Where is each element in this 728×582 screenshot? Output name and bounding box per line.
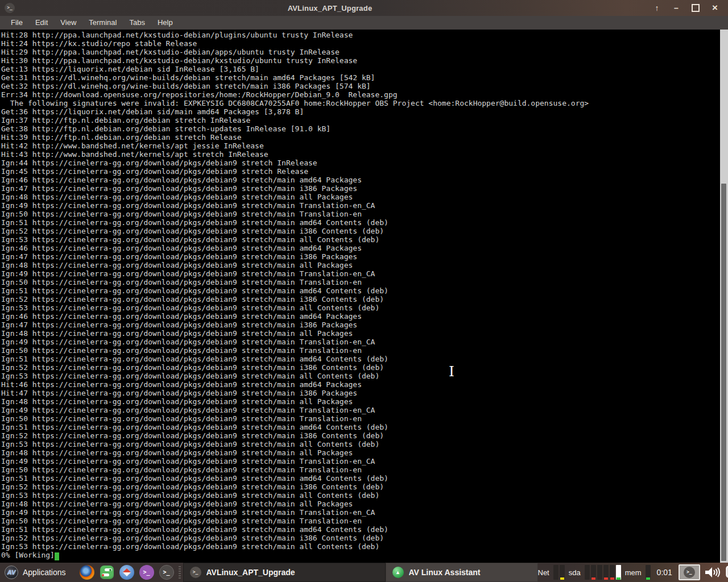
scrollbar-track[interactable] [720, 30, 728, 563]
meter-bar [610, 565, 615, 580]
minimize-button[interactable]: – [667, 0, 686, 16]
settings-toggles-launcher-icon[interactable] [100, 565, 114, 580]
meter-bar [585, 565, 590, 580]
close-button[interactable]: × [705, 0, 725, 16]
window-button-label: AV Linux Assistant [409, 568, 481, 577]
menu-edit[interactable]: Edit [29, 16, 54, 30]
terminal-purple-launcher-icon[interactable]: >_ [139, 565, 154, 580]
applications-label: Applications [23, 568, 66, 577]
compass-launcher-icon[interactable] [119, 565, 134, 580]
menu-terminal[interactable]: Terminal [82, 16, 123, 30]
meter-bar [553, 565, 559, 580]
toggles-icon [100, 566, 114, 579]
terminal-viewport[interactable]: Hit:28 http://ppa.launchpad.net/kxstudio… [0, 30, 720, 563]
meter-bar [616, 565, 621, 580]
terminal-gray-launcher-icon[interactable]: >_ [159, 565, 174, 580]
rollup-button[interactable]: ↑ [647, 0, 667, 16]
terminal-output: Hit:28 http://ppa.launchpad.net/kxstudio… [0, 30, 720, 559]
meter-bar [591, 565, 596, 580]
menu-view[interactable]: View [54, 16, 82, 30]
titlebar[interactable]: >_ AVLinux_APT_Upgrade ↑ – × [0, 0, 728, 16]
taskbar-window-av-assistant[interactable]: ▲ AV Linux Assistant [386, 563, 538, 582]
terminal-window: >_ AVLinux_APT_Upgrade ↑ – × File Edit V… [0, 0, 728, 563]
applications-menu-button[interactable]: AV Applications [0, 563, 72, 582]
menubar: File Edit View Terminal Tabs Help [0, 16, 728, 30]
mem-meter [646, 565, 651, 580]
launcher-bar: >_ >_ [76, 565, 177, 580]
scrollbar-thumb[interactable] [721, 184, 726, 561]
compass-needle [122, 568, 130, 576]
window-button-list: >_ AVLinux_APT_Upgrade ▲ AV Linux Assist… [183, 563, 538, 582]
assistant-icon: ▲ [392, 567, 404, 578]
system-tray: Net sda mem 0:01 >_ [538, 563, 728, 582]
net-meter-label: Net [538, 568, 549, 577]
taskbar-window-apt-upgrade[interactable]: >_ AVLinux_APT_Upgrade [183, 563, 386, 582]
meter-bar [597, 565, 602, 580]
menu-file[interactable]: File [5, 16, 29, 30]
tasklist-grip-handle[interactable] [179, 566, 181, 579]
tray-terminal-icon: >_ [684, 567, 695, 578]
net-meter [553, 565, 565, 580]
terminal-window-icon: >_ [190, 567, 201, 578]
tray-terminal-button[interactable]: >_ [679, 564, 700, 580]
avlinux-logo-icon: AV [5, 566, 18, 579]
clock: 0:01 [657, 568, 672, 577]
meter-bar [646, 565, 651, 580]
sda-meter-label: sda [569, 568, 581, 577]
meter-bar [603, 565, 609, 580]
mem-meter-label: mem [625, 568, 642, 577]
sda-meter [585, 565, 621, 580]
meter-bar [560, 565, 565, 580]
taskbar: AV Applications >_ >_ >_ AVLinux_APT_Upg… [0, 563, 728, 582]
menu-help[interactable]: Help [151, 16, 179, 30]
volume-icon[interactable] [704, 566, 721, 579]
firefox-launcher-icon[interactable] [80, 565, 94, 580]
menu-tabs[interactable]: Tabs [123, 16, 151, 30]
window-controls: ↑ – × [647, 0, 725, 16]
terminal-text: Hit:28 http://ppa.launchpad.net/kxstudio… [1, 31, 589, 559]
maximize-button[interactable] [686, 0, 705, 16]
window-button-label: AVLinux_APT_Upgrade [206, 568, 295, 577]
maximize-icon [692, 4, 700, 12]
terminal-cursor [55, 552, 59, 560]
window-title: AVLinux_APT_Upgrade [0, 4, 660, 13]
display-icon[interactable] [725, 565, 728, 580]
